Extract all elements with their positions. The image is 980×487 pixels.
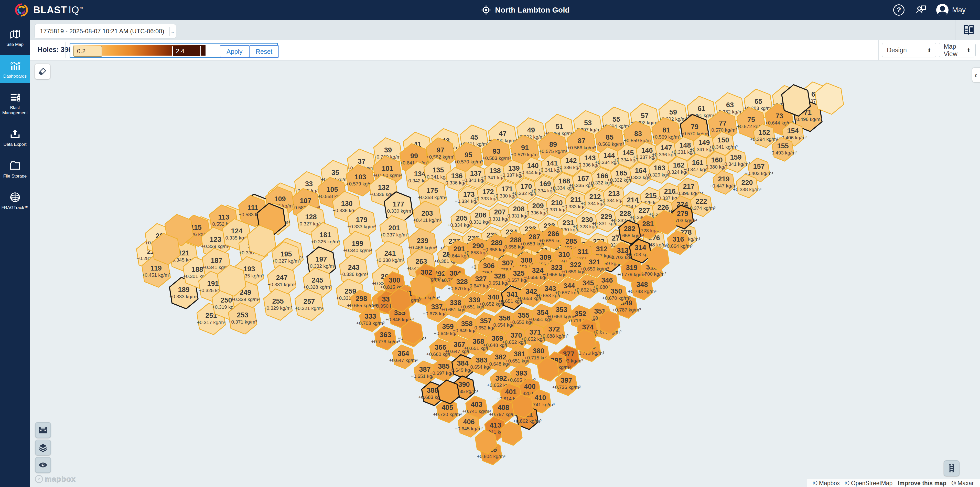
hole-number: 61 [698,105,705,112]
hole-number: 167 [578,175,589,182]
hole-number: 324 [532,267,543,275]
hole-number: 172 [482,188,494,196]
hole-powder-factor: +0.688 kg/m³ [540,333,568,339]
hole-number: 279 [677,210,688,217]
hole-number: 282 [624,225,635,233]
hole-number: 363 [380,331,391,339]
sidebar-item-fragtrack[interactable]: FRAGTrack™ [0,187,30,215]
hole-powder-factor: +0.339 kg/m³ [231,297,259,302]
hole-powder-factor: +0.566 kg/m³ [567,145,596,150]
top-navbar: BLASTIQ™ North Lambton Gold ? May [0,0,980,20]
avatar [936,4,948,16]
hole-number: 257 [303,298,315,305]
blast-session-select[interactable]: 1775819 - 2025-08-07 10:21 AM (UTC-06:00… [35,24,176,38]
sidebar-item-data-export[interactable]: Data Export [0,123,30,152]
attribution-osm[interactable]: © OpenStreetMap [845,480,893,487]
hole-number: 163 [654,164,665,172]
hole-number: 81 [662,126,670,134]
hole-number: 155 [777,142,789,150]
layers-button[interactable] [35,440,51,455]
mapbox-logo-icon [35,475,43,484]
hole-number: 161 [692,159,703,166]
measure-tool-button[interactable] [35,422,51,438]
hole-number: 152 [758,129,770,136]
style-brush-button[interactable] [35,64,51,80]
design-select[interactable]: Design⬍ [882,43,936,57]
hole-number: 350 [611,287,622,295]
hole-number: 308 [520,256,532,264]
hole-number: 216 [664,187,675,195]
user-menu[interactable]: May [936,4,966,16]
hole-number: 341 [506,291,518,298]
book-info-icon: i [962,24,975,37]
hole-number: 162 [673,161,684,169]
hole-number: 173 [463,191,474,198]
hole-number: 103 [355,173,366,181]
hole-number: 33 [305,180,313,188]
feedback-icon [915,4,927,16]
hole-number: 356 [499,315,510,322]
hole-powder-factor: +0.743 kg/m³ [628,289,656,294]
hole-powder-factor: +0.583 kg/m³ [482,155,511,161]
hole-number: 212 [589,193,601,201]
legend-max-input[interactable] [172,46,201,57]
apply-button[interactable]: Apply [220,45,249,58]
blastiq-app: BLASTIQ™ North Lambton Gold ? May [0,0,980,487]
hole-powder-factor: +0.338 kg/m³ [376,257,404,263]
hole-number: 357 [480,317,492,325]
hole-number: 49 [527,126,535,134]
select-arrows-icon: ⬍ [927,47,931,53]
sidebar-item-dashboards[interactable]: Dashboards [0,55,30,83]
attribution-maxar[interactable]: © Maxar [951,480,974,487]
hole-number: 101 [382,165,393,172]
hole-powder-factor: +0.862 kg/m³ [513,418,541,424]
map-view-select[interactable]: Map View⬍ [939,43,976,57]
hole-powder-factor: +0.560 kg/m³ [373,172,402,178]
hole-number: 326 [494,272,506,280]
map-canvas[interactable]: 21+0.281 kg/m³22+0.283 kg/m³23+0.285 kg/… [30,61,980,487]
hole-number: 322 [570,261,581,269]
hole-number: 298 [355,295,367,303]
file-storage-icon [9,160,21,172]
mapbox-logo[interactable]: mapbox [35,475,76,484]
collapse-panel-button[interactable]: ‹ [972,68,980,82]
hole-number: 181 [320,231,331,239]
feedback-button[interactable] [914,3,928,17]
hole-number: 405 [442,404,453,412]
hole-powder-factor: +0.336 kg/m³ [339,271,368,277]
blastiq-logo[interactable]: BLASTIQ™ [0,2,159,18]
svg-text:i: i [971,27,972,32]
divider [955,20,955,40]
hole-powder-factor: +0.496 kg/m³ [794,117,822,122]
hole-cell-364[interactable]: 364+0.647 kg/m³ [389,343,417,370]
sidebar-item-blast-management[interactable]: Blast Management [0,87,30,120]
help-button[interactable]: ? [892,3,905,17]
sidebar-item-file-storage[interactable]: File Storage [0,155,30,184]
hole-powder-factor: +0.332 kg/m³ [307,263,335,269]
sidebar-item-site-map[interactable]: Site Map [0,24,30,52]
hole-number: 75 [747,116,755,123]
hole-number: 208 [513,205,524,213]
legend-min-input[interactable] [73,46,102,57]
hole-number: 369 [492,335,503,342]
hole-number: 311 [578,248,589,255]
hole-number: 147 [660,144,672,152]
hole-powder-factor: +0.331 kg/m³ [267,282,296,287]
attribution-improve-link[interactable]: Improve this map [897,480,946,487]
borehole-view-button[interactable] [943,460,959,476]
logo-wordmark: BLASTIQ™ [33,5,83,16]
hole-number: 348 [636,281,648,289]
hole-powder-factor: +0.720 kg/m³ [433,412,461,417]
hole-number: 239 [417,237,428,245]
hole-number: 243 [348,263,360,271]
attribution-mapbox[interactable]: © Mapbox [813,480,840,487]
hole-number: 144 [603,152,615,159]
hole-powder-factor: +0.658 kg/m³ [615,233,644,238]
hole-number: 289 [491,239,503,247]
hole-powder-factor: +0.570 kg/m³ [454,159,482,164]
hole-powder-factor: +0.330 kg/m³ [384,208,412,214]
reset-button[interactable]: Reset [249,45,279,58]
hole-powder-factor: +0.411 kg/m³ [413,217,441,223]
knowledge-base-button[interactable]: i [962,24,975,38]
visibility-button[interactable] [35,457,51,473]
